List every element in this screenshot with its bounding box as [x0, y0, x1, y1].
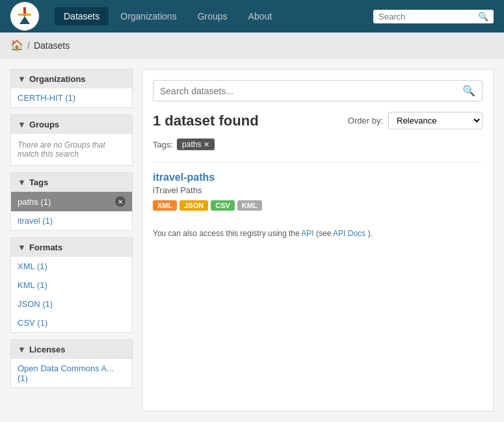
svg-rect-1	[23, 7, 26, 12]
sidebar-tags-header: ▼ Tags	[11, 173, 132, 192]
sidebar-groups: ▼ Groups There are no Groups that match …	[10, 114, 133, 166]
svg-rect-4	[18, 14, 31, 16]
sidebar-organizations-header: ▼ Organizations	[11, 70, 132, 88]
format-badge-xml[interactable]: XML	[153, 200, 177, 211]
main-layout: ▼ Organizations CERTH-HIT (1) ▼ Groups T…	[0, 59, 504, 422]
active-tag-badge[interactable]: paths ✕	[177, 138, 215, 150]
breadcrumb: 🏠 / Datasets	[0, 33, 504, 59]
nav-datasets[interactable]: Datasets	[55, 7, 109, 25]
nav-links: Datasets Organizations Groups About	[55, 7, 373, 25]
active-tag-remove[interactable]: ✕	[204, 140, 209, 149]
breadcrumb-current: Datasets	[34, 40, 70, 51]
sidebar-license-odc[interactable]: Open Data Commons A... (1)	[11, 359, 132, 388]
api-docs-post: ).	[367, 229, 372, 238]
sidebar-groups-empty: There are no Groups that match this sear…	[11, 134, 132, 165]
sidebar-org-certh[interactable]: CERTH-HIT (1)	[11, 88, 132, 107]
sidebar-tag-paths-label: paths (1)	[18, 197, 51, 207]
dataset-item: itravel-paths iTravel Paths XML JSON CSV…	[153, 162, 483, 211]
sidebar-licenses: ▼ Licenses Open Data Commons A... (1)	[10, 339, 133, 388]
filter-icon-organizations: ▼	[18, 74, 26, 84]
dataset-search-input[interactable]	[160, 86, 462, 96]
sidebar-tag-paths[interactable]: paths (1) ✕	[11, 192, 132, 211]
sidebar-format-csv[interactable]: CSV (1)	[11, 313, 132, 332]
filter-icon-groups: ▼	[18, 120, 26, 129]
dataset-format-badges: XML JSON CSV KML	[153, 200, 483, 211]
api-link[interactable]: API	[301, 229, 313, 238]
order-by-label: Order by:	[348, 116, 383, 125]
api-docs-pre: (see	[316, 229, 331, 238]
format-badge-json[interactable]: JSON	[179, 200, 208, 211]
api-note: You can also access this registry using …	[153, 229, 483, 238]
active-tags-row: Tags: paths ✕	[153, 138, 483, 150]
main-content: 🔍 1 dataset found Order by: Relevance Na…	[142, 69, 494, 412]
format-badge-csv[interactable]: CSV	[211, 200, 235, 211]
sidebar-format-kml[interactable]: KML (1)	[11, 276, 132, 295]
sidebar: ▼ Organizations CERTH-HIT (1) ▼ Groups T…	[10, 69, 133, 412]
sidebar-organizations: ▼ Organizations CERTH-HIT (1)	[10, 69, 133, 108]
dataset-search-bar[interactable]: 🔍	[153, 80, 483, 101]
results-count: 1 dataset found	[153, 112, 259, 129]
nav-organizations[interactable]: Organizations	[111, 7, 185, 25]
sidebar-licenses-header: ▼ Licenses	[11, 340, 132, 359]
order-by-select[interactable]: Relevance Name Ascending Name Descending…	[388, 112, 483, 129]
sidebar-groups-header: ▼ Groups	[11, 115, 132, 134]
sidebar-tag-itravel[interactable]: itravel (1)	[11, 211, 132, 230]
sidebar-format-xml[interactable]: XML (1)	[11, 257, 132, 276]
api-note-text: You can also access this registry using …	[153, 229, 300, 238]
sidebar-formats-title: Formats	[29, 243, 62, 252]
breadcrumb-separator: /	[27, 40, 30, 51]
format-badge-kml[interactable]: KML	[237, 200, 262, 211]
results-header: 1 dataset found Order by: Relevance Name…	[153, 112, 483, 129]
dataset-subtitle: iTravel Paths	[153, 185, 483, 195]
nav-about[interactable]: About	[239, 7, 282, 25]
sidebar-tags-title: Tags	[29, 178, 48, 187]
sidebar-formats: ▼ Formats XML (1) KML (1) JSON (1) CSV (…	[10, 237, 133, 333]
dataset-search-icon[interactable]: 🔍	[462, 85, 475, 97]
api-docs-link[interactable]: API Docs	[333, 229, 365, 238]
navbar-search-icon[interactable]: 🔍	[478, 12, 488, 21]
sidebar-groups-title: Groups	[29, 120, 59, 129]
sidebar-format-json[interactable]: JSON (1)	[11, 295, 132, 313]
sidebar-licenses-title: Licenses	[29, 345, 66, 354]
breadcrumb-home-icon[interactable]: 🏠	[10, 39, 23, 51]
sidebar-tag-paths-remove[interactable]: ✕	[115, 196, 126, 207]
filter-icon-licenses: ▼	[18, 345, 26, 354]
svg-rect-3	[23, 19, 27, 24]
dataset-title-link[interactable]: itravel-paths	[153, 172, 215, 183]
tags-label: Tags:	[153, 140, 173, 150]
order-by: Order by: Relevance Name Ascending Name …	[348, 112, 483, 129]
navbar-search-input[interactable]	[378, 12, 478, 21]
nav-groups[interactable]: Groups	[189, 7, 237, 25]
filter-icon-formats: ▼	[18, 243, 26, 252]
brand-logo[interactable]	[10, 2, 39, 31]
navbar-search-box[interactable]: 🔍	[373, 10, 494, 23]
sidebar-formats-header: ▼ Formats	[11, 238, 132, 257]
sidebar-tags: ▼ Tags paths (1) ✕ itravel (1)	[10, 172, 133, 231]
filter-icon-tags: ▼	[18, 178, 26, 187]
navbar: Datasets Organizations Groups About 🔍	[0, 0, 504, 33]
active-tag-text: paths	[182, 140, 201, 149]
sidebar-organizations-title: Organizations	[29, 74, 86, 84]
